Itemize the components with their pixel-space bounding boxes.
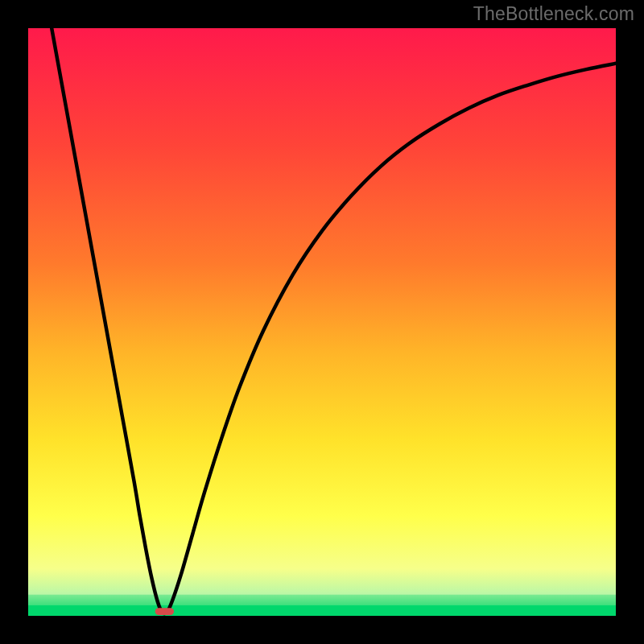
plot-area bbox=[28, 28, 616, 616]
green-bottom-band bbox=[28, 605, 616, 616]
chart-frame: TheBottleneck.com bbox=[0, 0, 644, 644]
chart-background-gradient bbox=[28, 28, 616, 616]
minimum-marker bbox=[155, 608, 174, 615]
green-transition-band bbox=[28, 595, 616, 605]
bottleneck-chart bbox=[28, 28, 616, 616]
watermark-text: TheBottleneck.com bbox=[473, 3, 634, 25]
